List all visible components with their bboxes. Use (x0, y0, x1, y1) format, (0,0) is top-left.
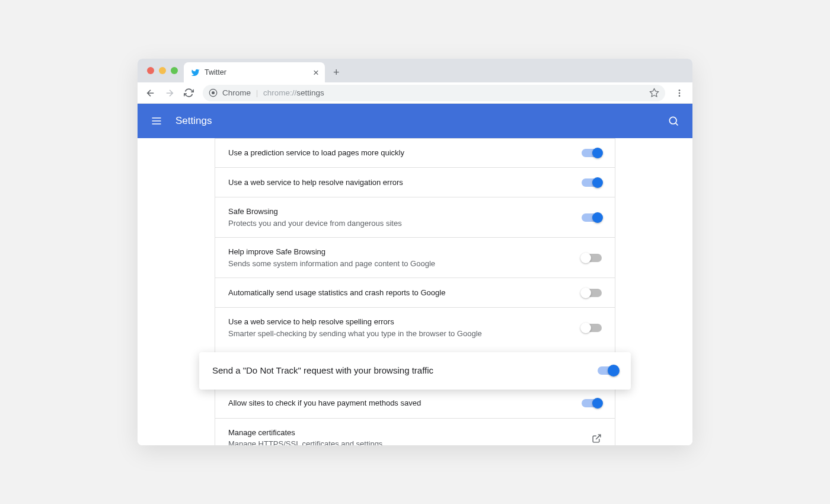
menu-icon[interactable] (151, 115, 162, 127)
setting-safe-browsing[interactable]: Safe Browsing Protects you and your devi… (215, 197, 615, 238)
svg-point-3 (679, 90, 681, 91)
sidebar-spacer (138, 138, 215, 445)
settings-header: Settings (138, 104, 692, 138)
browser-menu-button[interactable] (671, 85, 688, 101)
close-window-button[interactable] (147, 67, 154, 74)
svg-line-10 (676, 123, 678, 126)
svg-point-9 (669, 117, 676, 124)
setting-label: Safe Browsing (228, 206, 582, 218)
browser-window: Twitter × + Chrome | chrome://settings (138, 59, 692, 445)
setting-do-not-track[interactable]: Send a "Do Not Track" request with your … (199, 352, 631, 390)
setting-label: Manage certificates (228, 427, 592, 439)
page-title: Settings (175, 115, 212, 127)
setting-improve-safe-browsing[interactable]: Help improve Safe Browsing Sends some sy… (215, 238, 615, 278)
browser-tab[interactable]: Twitter × (184, 62, 325, 82)
setting-payment-methods[interactable]: Allow sites to check if you have payment… (215, 389, 615, 419)
bookmark-icon[interactable] (649, 88, 659, 98)
browser-toolbar: Chrome | chrome://settings (138, 82, 692, 104)
setting-label: Use a web service to help resolve naviga… (228, 177, 582, 189)
setting-manage-certificates[interactable]: Manage certificates Manage HTTPS/SSL cer… (215, 419, 615, 446)
back-button[interactable] (142, 85, 159, 101)
settings-list: Use a prediction service to load pages m… (215, 138, 615, 445)
setting-sublabel: Smarter spell-checking by sending what y… (228, 328, 582, 340)
toggle-spelling-errors[interactable] (582, 324, 602, 332)
setting-prediction-service[interactable]: Use a prediction service to load pages m… (215, 138, 615, 168)
svg-point-1 (212, 91, 215, 94)
forward-button[interactable] (161, 85, 178, 101)
search-icon[interactable] (668, 115, 679, 127)
window-controls (145, 67, 184, 82)
toggle-prediction-service[interactable] (582, 149, 602, 157)
setting-label: Automatically send usage statistics and … (228, 287, 582, 299)
url-text: Chrome | chrome://settings (222, 88, 324, 97)
setting-label: Use a prediction service to load pages m… (228, 147, 582, 159)
svg-point-5 (679, 95, 681, 97)
external-link-icon (592, 433, 602, 444)
right-spacer (615, 138, 692, 445)
setting-label: Use a web service to help resolve spelli… (228, 316, 582, 328)
toggle-safe-browsing[interactable] (582, 213, 602, 222)
setting-sublabel: Sends some system information and page c… (228, 258, 582, 270)
maximize-window-button[interactable] (171, 67, 178, 74)
site-info-icon[interactable] (209, 88, 218, 97)
svg-marker-2 (650, 88, 658, 96)
minimize-window-button[interactable] (159, 67, 166, 74)
tab-strip: Twitter × + (138, 59, 692, 82)
settings-content: Use a prediction service to load pages m… (138, 138, 692, 445)
toggle-usage-statistics[interactable] (582, 289, 602, 297)
close-tab-icon[interactable]: × (313, 68, 319, 78)
setting-label: Allow sites to check if you have payment… (228, 397, 582, 409)
setting-usage-statistics[interactable]: Automatically send usage statistics and … (215, 278, 615, 308)
setting-spelling-errors[interactable]: Use a web service to help resolve spelli… (215, 308, 615, 353)
toggle-payment-methods[interactable] (582, 399, 602, 407)
setting-label: Help improve Safe Browsing (228, 246, 582, 258)
svg-line-11 (596, 435, 601, 439)
setting-sublabel: Protects you and your device from danger… (228, 218, 582, 229)
reload-button[interactable] (180, 85, 197, 101)
toggle-do-not-track[interactable] (598, 366, 618, 375)
new-tab-button[interactable]: + (325, 66, 348, 82)
tab-title: Twitter (205, 68, 308, 76)
setting-sublabel: Manage HTTPS/SSL certificates and settin… (228, 438, 592, 445)
toggle-improve-safe-browsing[interactable] (582, 254, 602, 262)
toggle-navigation-errors[interactable] (582, 178, 602, 187)
address-bar[interactable]: Chrome | chrome://settings (203, 85, 665, 101)
setting-label: Send a "Do Not Track" request with your … (212, 364, 598, 378)
svg-point-4 (679, 92, 681, 94)
setting-navigation-errors[interactable]: Use a web service to help resolve naviga… (215, 168, 615, 197)
twitter-icon (191, 68, 200, 77)
